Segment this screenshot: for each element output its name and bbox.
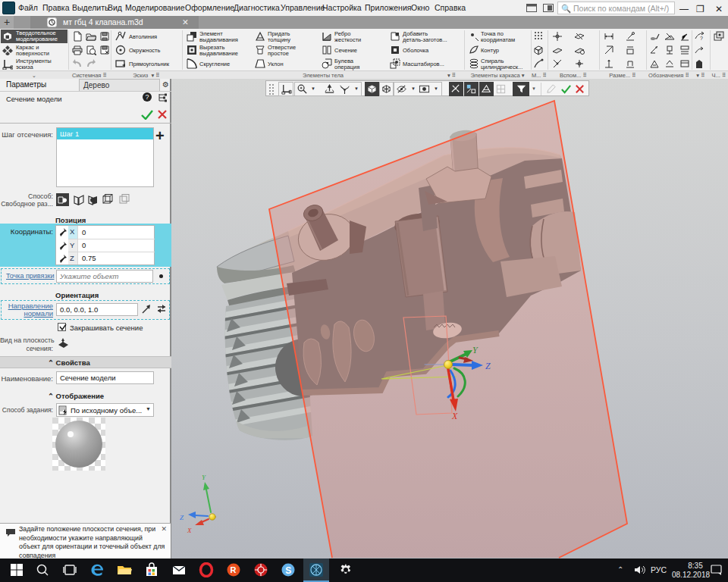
svg-text:X: X	[451, 411, 458, 421]
svg-text:R: R	[231, 565, 237, 574]
svg-text:?: ?	[700, 36, 703, 41]
svg-text:X: X	[187, 527, 192, 534]
svg-text:S: S	[285, 565, 291, 576]
svg-text:Z: Z	[485, 361, 491, 371]
